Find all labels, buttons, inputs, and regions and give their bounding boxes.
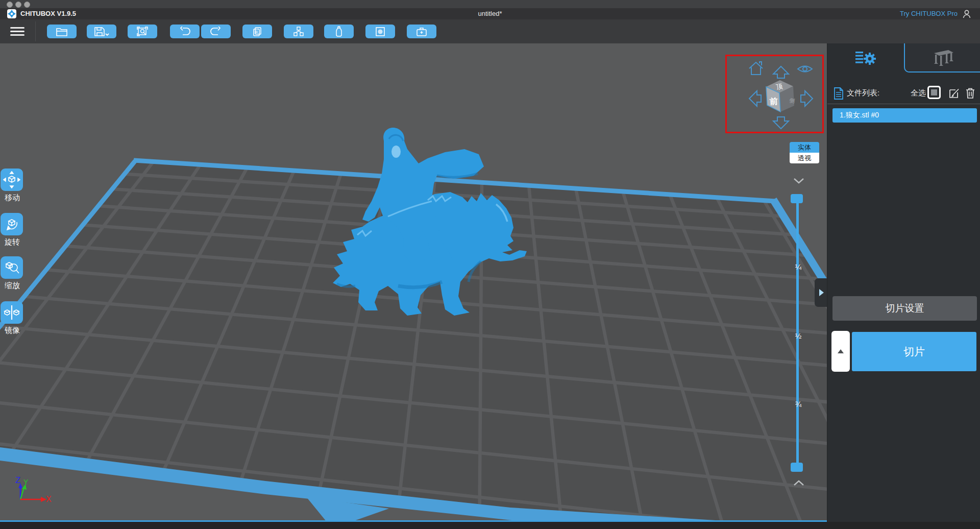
move-icon: [3, 171, 20, 188]
auto-arrange-button[interactable]: [284, 25, 313, 38]
layer-slider-handle-top[interactable]: [791, 194, 803, 203]
nav-arrow-left[interactable]: [749, 91, 761, 106]
save-icon: [94, 27, 109, 37]
dig-hole-icon: [375, 27, 386, 37]
screenshot-icon: [137, 27, 148, 37]
render-mode-toggle: 实体 透视: [790, 142, 819, 163]
nav-arrow-up[interactable]: [773, 66, 789, 78]
settings-list-icon: [854, 50, 877, 66]
open-file-button[interactable]: [47, 25, 77, 38]
nav-cube[interactable]: 顶 前 侧: [766, 80, 795, 112]
app-titlebar: CHITUBOX V1.9.5 untitled* Try CHITUBOX P…: [0, 8, 980, 19]
main-toolbar: [0, 19, 980, 43]
file-list-label: 文件列表:: [847, 88, 879, 98]
tab-slice-settings[interactable]: [827, 43, 904, 73]
tool-mirror-button[interactable]: [1, 301, 23, 324]
mac-close-button[interactable]: [7, 2, 13, 8]
delete-icon[interactable]: [965, 87, 975, 99]
slider-label-quarter: ¼: [792, 262, 805, 271]
file-list-header: 文件列表: 全选: [827, 86, 980, 101]
axis-x-label: X: [46, 495, 52, 503]
window-bottom-strip: [0, 522, 980, 529]
panel-tabs: [827, 43, 980, 73]
view-eye-icon[interactable]: [798, 66, 812, 72]
toolbar-divider: [35, 21, 36, 41]
file-list-item[interactable]: 1.狼女.stl #0: [832, 108, 977, 123]
document-title: untitled*: [0, 10, 980, 17]
support-icon: [931, 49, 954, 66]
try-pro-link[interactable]: Try CHITUBOX Pro: [900, 10, 958, 17]
mode-solid-button[interactable]: 实体: [790, 142, 819, 153]
redo-button[interactable]: [201, 25, 231, 38]
dig-hole-button[interactable]: [365, 25, 395, 38]
slider-chevron-down[interactable]: [793, 178, 805, 184]
tool-scale-button[interactable]: [1, 256, 23, 279]
account-icon[interactable]: [962, 9, 972, 19]
axis-y-label: Y: [23, 478, 29, 486]
home-icon[interactable]: [749, 62, 763, 75]
rotate-icon: [3, 215, 20, 233]
nav-arrow-down[interactable]: [773, 117, 789, 129]
slice-settings-button[interactable]: 切片设置: [832, 296, 977, 321]
copy-icon: [252, 27, 262, 37]
slice-expander-button[interactable]: [831, 331, 850, 372]
select-all-label: 全选: [911, 88, 926, 98]
mac-zoom-button[interactable]: [24, 2, 30, 8]
open-file-icon: [56, 27, 68, 37]
scale-icon: [3, 259, 20, 276]
tool-mirror-label: 镜像: [0, 326, 24, 335]
tool-move-label: 移动: [0, 193, 24, 203]
nav-widget: 顶 前 侧: [725, 55, 824, 133]
slider-chevron-up[interactable]: [793, 480, 805, 486]
mac-titlebar: [0, 0, 980, 8]
cube-side-label: 侧: [789, 97, 796, 104]
nav-arrow-right[interactable]: [801, 91, 813, 106]
auto-arrange-icon: [293, 27, 304, 37]
rename-icon[interactable]: [949, 87, 960, 99]
tool-scale-label: 缩放: [0, 281, 24, 291]
triangle-up-icon: [838, 349, 844, 353]
tool-rotate-label: 旋转: [0, 237, 24, 247]
cube-front-label: 前: [769, 97, 778, 106]
right-panel: 文件列表: 全选 1.狼女.stl #0 切片设置 切片: [827, 43, 980, 522]
tab-support[interactable]: [904, 43, 980, 73]
redo-icon: [210, 27, 222, 37]
save-button[interactable]: [87, 25, 116, 38]
undo-button[interactable]: [170, 25, 200, 38]
mode-perspective-button[interactable]: 透视: [790, 153, 819, 163]
hollow-button[interactable]: [324, 25, 354, 38]
slider-label-three-quarter: ¾: [792, 400, 805, 408]
file-list-icon: [834, 87, 844, 100]
copy-button[interactable]: [242, 25, 272, 38]
hollow-icon: [335, 26, 343, 37]
screenshot-button[interactable]: [128, 25, 157, 38]
select-all-checkbox[interactable]: [927, 86, 941, 99]
tool-rotate-button[interactable]: [1, 213, 23, 235]
mirror-icon: [3, 304, 20, 321]
toolbox-button[interactable]: [407, 25, 436, 38]
layer-slider-handle-bottom[interactable]: [791, 463, 803, 472]
panel-divider: [827, 104, 980, 104]
menu-button[interactable]: [10, 25, 24, 37]
toolbox-icon: [416, 27, 427, 37]
slice-button[interactable]: 切片: [852, 332, 976, 371]
tool-move-button[interactable]: [1, 169, 23, 191]
undo-icon: [179, 27, 190, 37]
mac-minimize-button[interactable]: [15, 2, 21, 8]
slider-label-half: ½: [792, 331, 805, 340]
axis-z-label: Z: [15, 475, 20, 485]
panel-collapse-tab[interactable]: [815, 278, 828, 307]
chitubox-window: CHITUBOX V1.9.5 untitled* Try CHITUBOX P…: [0, 0, 980, 529]
collapse-arrow-icon: [818, 288, 825, 297]
viewport-3d[interactable]: Z Y X: [0, 43, 827, 522]
